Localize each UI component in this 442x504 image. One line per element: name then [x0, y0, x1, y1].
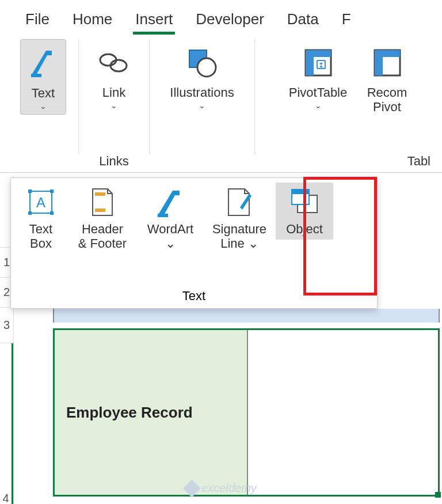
selection-handle[interactable]: [435, 492, 441, 498]
svg-rect-17: [95, 192, 105, 196]
cell-row2-partial[interactable]: [53, 309, 440, 323]
tab-file[interactable]: File: [23, 6, 52, 35]
ribbon-text-label: Text: [32, 86, 55, 100]
svg-rect-10: [375, 50, 383, 75]
row-header-4[interactable]: 4: [0, 343, 13, 504]
cell-c4[interactable]: [248, 330, 438, 495]
chevron-down-icon: ⌄: [315, 101, 322, 110]
group-label-tables: Tabl: [407, 154, 435, 172]
cell-b4[interactable]: Employee Record: [55, 330, 248, 495]
text-icon: [29, 43, 58, 84]
svg-rect-15: [50, 211, 54, 215]
ribbon-illustrations-button[interactable]: Illustrations ⌄: [164, 39, 239, 113]
header-footer-icon: [90, 186, 115, 218]
chevron-down-icon: ⌄: [110, 101, 117, 110]
svg-rect-22: [292, 190, 309, 194]
ribbon-pivot-label: PivotTable: [289, 85, 348, 100]
pivottable-icon: [303, 43, 333, 83]
svg-rect-0: [31, 74, 41, 77]
svg-point-4: [197, 58, 216, 77]
group-label-blank: [41, 154, 45, 172]
svg-point-1: [100, 54, 116, 66]
svg-rect-14: [28, 211, 32, 215]
ribbon-link-label: Link: [102, 85, 125, 100]
svg-rect-12: [28, 190, 32, 193]
recommended-icon: [372, 43, 402, 83]
ribbon: Text ⌄ Link ⌄ Links Illustrations: [0, 35, 442, 173]
tab-home[interactable]: Home: [70, 6, 115, 35]
wordart-icon: [154, 186, 186, 218]
chevron-down-icon: ⌄: [40, 101, 47, 111]
tab-data[interactable]: Data: [285, 6, 321, 35]
ribbon-link-button[interactable]: Link ⌄: [91, 39, 137, 113]
tab-partial[interactable]: F: [340, 6, 353, 35]
wordart-button[interactable]: WordArt⌄: [138, 183, 203, 255]
illustrations-icon: [185, 43, 219, 83]
object-button[interactable]: Object: [276, 183, 333, 240]
svg-rect-7: [306, 50, 314, 75]
ribbon-text-button[interactable]: Text ⌄: [20, 39, 66, 115]
signature-icon: [226, 186, 253, 218]
group-label-links: Links: [99, 154, 128, 172]
dropdown-group-label: Text: [11, 286, 377, 308]
text-dropdown-gallery: A TextBox Header& Footer WordArt⌄ Signat…: [10, 177, 378, 309]
textbox-icon: A: [26, 186, 55, 218]
watermark: exceldemy: [185, 482, 257, 495]
ribbon-tabs: File Home Insert Developer Data F: [0, 0, 442, 35]
watermark-icon: [183, 479, 201, 497]
tab-developer[interactable]: Developer: [193, 6, 266, 35]
ribbon-recommended-button[interactable]: RecomPivot: [359, 39, 416, 118]
object-icon: [289, 186, 319, 218]
svg-point-2: [110, 60, 127, 71]
header-footer-button[interactable]: Header& Footer: [68, 183, 136, 255]
signature-line-button[interactable]: SignatureLine ⌄: [204, 183, 275, 255]
selected-range[interactable]: Employee Record: [53, 328, 440, 497]
row-header-3[interactable]: 3: [0, 308, 13, 343]
svg-rect-13: [50, 190, 54, 193]
chevron-down-icon: ⌄: [199, 101, 205, 110]
svg-rect-19: [158, 214, 168, 217]
ribbon-illustrations-label: Illustrations: [170, 85, 234, 100]
svg-rect-18: [95, 209, 105, 212]
ribbon-recom-label: RecomPivot: [367, 85, 407, 115]
ribbon-pivottable-button[interactable]: PivotTable ⌄: [278, 39, 359, 113]
tab-insert[interactable]: Insert: [133, 6, 175, 35]
link-icon: [98, 43, 130, 83]
svg-text:A: A: [36, 195, 45, 210]
textbox-button[interactable]: A TextBox: [14, 183, 67, 255]
